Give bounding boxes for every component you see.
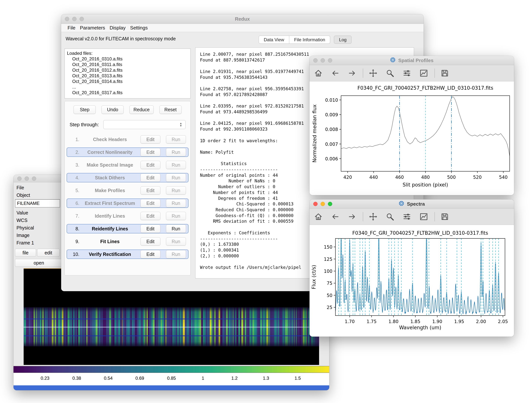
close-button[interactable] bbox=[313, 58, 317, 63]
step-name-make-spectral-image: Make Spectral Image bbox=[79, 162, 140, 168]
forward-icon[interactable] bbox=[346, 211, 358, 223]
forward-icon[interactable] bbox=[346, 67, 358, 79]
redux-titlebar[interactable]: Redux bbox=[61, 14, 424, 24]
spatial-title-text: Spatial Profiles bbox=[398, 58, 434, 64]
zoom-button[interactable] bbox=[80, 17, 84, 21]
run-button-step-3[interactable]: Run bbox=[166, 161, 186, 169]
step-name-correct-nonlinearity: Correct Nonlinearity bbox=[79, 149, 140, 155]
edit-button-step-2[interactable]: Edit bbox=[140, 148, 160, 156]
colorbar-tick: 0.54 bbox=[104, 376, 113, 381]
edit-button-step-5[interactable]: Edit bbox=[140, 186, 160, 195]
sliders-icon[interactable] bbox=[401, 67, 413, 79]
zoom-button[interactable] bbox=[32, 176, 36, 181]
back-icon[interactable] bbox=[329, 211, 342, 223]
spatial-profile-plot[interactable]: 4204404604805005205400.0060.0070.0080.00… bbox=[310, 81, 514, 195]
file-button[interactable]: file bbox=[15, 249, 36, 257]
pan-icon[interactable] bbox=[367, 67, 379, 79]
step-button[interactable]: Step bbox=[74, 105, 96, 114]
back-icon[interactable] bbox=[329, 67, 342, 79]
run-button-step-9[interactable]: Run bbox=[166, 237, 186, 246]
run-button-step-10[interactable]: Run bbox=[166, 250, 186, 258]
view-tabs: Data ViewFile InformationLog bbox=[259, 36, 352, 44]
edit-button[interactable]: edit bbox=[37, 249, 60, 257]
spatial-window-title: Spatial Profiles bbox=[390, 57, 434, 64]
edit-button-step-1[interactable]: Edit bbox=[140, 135, 160, 144]
ds9-label-object: Object bbox=[17, 191, 30, 199]
colorbar-tick: 0.38 bbox=[72, 376, 81, 381]
reset-button[interactable]: Reset bbox=[159, 105, 182, 114]
menu-file[interactable]: File bbox=[65, 25, 78, 31]
home-icon[interactable] bbox=[312, 67, 324, 79]
menu-display[interactable]: Display bbox=[107, 25, 128, 31]
edit-button-step-8[interactable]: Edit bbox=[140, 224, 160, 233]
step-number: 1. bbox=[67, 137, 79, 142]
zoom-button[interactable] bbox=[328, 58, 332, 63]
svg-text:75: 75 bbox=[327, 281, 332, 286]
run-button-step-8[interactable]: Run bbox=[166, 224, 186, 233]
tab-log[interactable]: Log bbox=[334, 36, 352, 44]
menu-parameters[interactable]: Parameters bbox=[78, 25, 107, 31]
spectra-plot[interactable]: 1.701.751.801.851.901.952.002.0525507510… bbox=[310, 225, 514, 337]
minimize-button[interactable] bbox=[25, 176, 29, 181]
svg-text:Normalized median flux: Normalized median flux bbox=[312, 104, 317, 163]
svg-text:0.007: 0.007 bbox=[325, 142, 338, 147]
edit-button-step-3[interactable]: Edit bbox=[140, 161, 160, 169]
close-button[interactable] bbox=[65, 17, 69, 21]
run-button-step-6[interactable]: Run bbox=[166, 199, 186, 207]
run-button-step-4[interactable]: Run bbox=[166, 173, 186, 182]
menu-settings[interactable]: Settings bbox=[128, 25, 150, 31]
reduce-button[interactable]: Reduce bbox=[129, 105, 153, 114]
spatial-plot-area: 4204404604805005205400.0060.0070.0080.00… bbox=[310, 81, 514, 195]
zoom-icon[interactable] bbox=[384, 67, 396, 79]
step-row-4: 4.Stack DithersEditRun bbox=[67, 173, 189, 182]
loaded-file-item: Oct_20_2016_0313.a.fits bbox=[67, 73, 188, 79]
svg-text:1.70: 1.70 bbox=[345, 319, 355, 324]
step-number: 8. bbox=[67, 226, 79, 231]
tab-data-view[interactable]: Data View bbox=[259, 36, 289, 44]
minimize-button[interactable] bbox=[321, 58, 325, 63]
edit-button-step-7[interactable]: Edit bbox=[140, 212, 160, 220]
svg-text:50: 50 bbox=[327, 293, 332, 298]
loaded-file-item: ... bbox=[67, 84, 188, 90]
home-icon[interactable] bbox=[312, 211, 324, 223]
zoom-button[interactable] bbox=[328, 202, 332, 206]
open-button[interactable]: open bbox=[15, 259, 63, 267]
spectra-title-text: Spectra bbox=[407, 201, 425, 207]
close-button[interactable] bbox=[17, 176, 22, 181]
spectra-titlebar[interactable]: Spectra bbox=[310, 199, 514, 209]
step-name-fit-lines: Fit Lines bbox=[79, 239, 140, 244]
edit-button-step-4[interactable]: Edit bbox=[140, 173, 160, 182]
step-through-select[interactable]: ▲▼ bbox=[103, 120, 185, 129]
loaded-files-box[interactable]: Loaded files: Oct_20_2016_0310.a.fitsOct… bbox=[64, 49, 190, 98]
edit-button-step-6[interactable]: Edit bbox=[140, 199, 160, 207]
toolbar-separator bbox=[434, 212, 435, 221]
chart-icon[interactable] bbox=[418, 67, 430, 79]
edit-button-step-9[interactable]: Edit bbox=[140, 237, 160, 246]
pan-icon[interactable] bbox=[367, 211, 379, 223]
save-icon[interactable] bbox=[439, 211, 451, 223]
step-name-stack-dithers: Stack Dithers bbox=[79, 175, 140, 180]
svg-text:420: 420 bbox=[343, 175, 352, 180]
edit-button-step-10[interactable]: Edit bbox=[140, 250, 160, 258]
svg-text:Slit position (pixel): Slit position (pixel) bbox=[403, 182, 448, 188]
sliders-icon[interactable] bbox=[401, 211, 413, 223]
close-button[interactable] bbox=[313, 202, 317, 206]
chart-icon[interactable] bbox=[418, 211, 430, 223]
minimize-button[interactable] bbox=[321, 202, 325, 206]
tab-file-information[interactable]: File Information bbox=[289, 36, 330, 44]
run-button-step-1[interactable]: Run bbox=[166, 135, 186, 144]
minimize-button[interactable] bbox=[72, 17, 76, 21]
save-icon[interactable] bbox=[439, 67, 451, 79]
step-number: 2. bbox=[67, 149, 79, 155]
filename-field[interactable] bbox=[15, 199, 60, 207]
step-number: 10. bbox=[67, 252, 79, 257]
spatial-profiles-window: Spatial Profiles 4204404604805005205400.… bbox=[310, 56, 514, 195]
run-button-step-7[interactable]: Run bbox=[166, 212, 186, 220]
run-button-step-5[interactable]: Run bbox=[166, 186, 186, 195]
undo-button[interactable]: Undo bbox=[101, 105, 124, 114]
run-button-step-2[interactable]: Run bbox=[166, 148, 186, 156]
colorbar[interactable] bbox=[13, 366, 329, 373]
zoom-icon[interactable] bbox=[384, 211, 396, 223]
step-name-identify-lines: Identify Lines bbox=[79, 213, 140, 219]
spatial-titlebar[interactable]: Spatial Profiles bbox=[310, 56, 514, 65]
